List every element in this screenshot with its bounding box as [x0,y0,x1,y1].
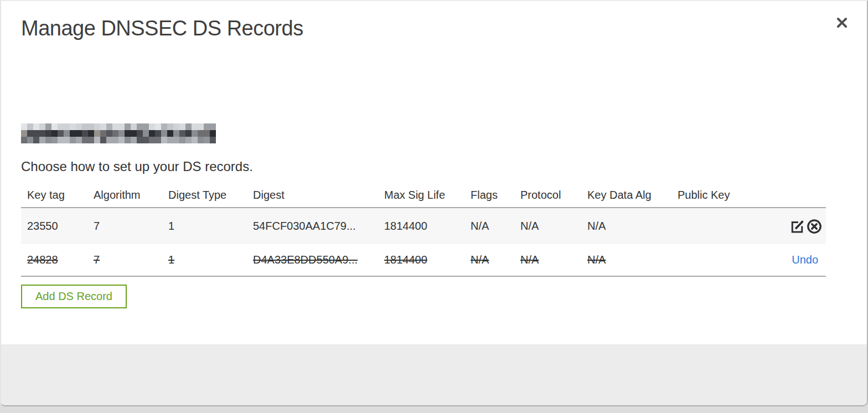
row-actions [749,218,826,235]
column-header: Key Data Alg [581,189,671,202]
ds-records-table: Key tagAlgorithmDigest TypeDigestMax Sig… [21,183,826,277]
row-actions: Undo [749,254,826,266]
table-cell-digest-type: 1 [162,254,247,266]
table-cell-flags: N/A [464,254,514,266]
table-cell-key-data-alg: N/A [581,220,671,233]
table-cell-digest: 54FCF030AA1C79... [247,220,378,233]
delete-icon [806,218,823,235]
table-cell-key-tag: 24828 [21,254,87,266]
table-cell-algorithm: 7 [87,254,162,266]
table-row: 2482871D4A33E8DD550A9...1814400N/AN/AN/A… [21,244,826,276]
delete-record-button[interactable] [806,218,823,235]
column-header: Digest [247,189,378,202]
domain-name-redacted [21,123,216,143]
table-cell-max-sig-life: 1814400 [378,254,464,266]
edit-record-button[interactable] [789,218,805,235]
dnssec-modal: Manage DNSSEC DS Records Choose how to s… [0,0,868,406]
column-header: Digest Type [162,189,247,202]
close-icon[interactable] [833,13,851,32]
page-title: Manage DNSSEC DS Records [21,17,303,40]
table-row: 235507154FCF030AA1C79...1814400N/AN/AN/A [21,208,826,244]
add-ds-record-button[interactable]: Add DS Record [21,285,127,308]
table-cell-flags: N/A [464,220,514,233]
table-cell-algorithm: 7 [87,220,162,233]
modal-footer: Save Cancel [1,344,867,405]
table-cell-protocol: N/A [514,254,581,266]
column-header: Key tag [21,189,87,202]
table-cell-key-data-alg: N/A [581,254,671,266]
table-cell-max-sig-life: 1814400 [378,220,464,233]
column-header: Algorithm [87,189,162,202]
column-header: Public Key [671,189,749,202]
table-cell-key-tag: 23550 [21,220,87,233]
table-header-row: Key tagAlgorithmDigest TypeDigestMax Sig… [21,183,826,207]
table-cell-digest: D4A33E8DD550A9... [247,254,378,266]
column-header: Max Sig Life [378,189,464,202]
instruction-text: Choose how to set up your DS records. [21,159,253,174]
column-header: Flags [464,189,514,202]
undo-link[interactable]: Undo [792,254,823,266]
table-cell-protocol: N/A [514,220,581,233]
edit-icon [789,218,805,235]
column-header: Protocol [514,189,581,202]
table-cell-digest-type: 1 [162,220,247,233]
